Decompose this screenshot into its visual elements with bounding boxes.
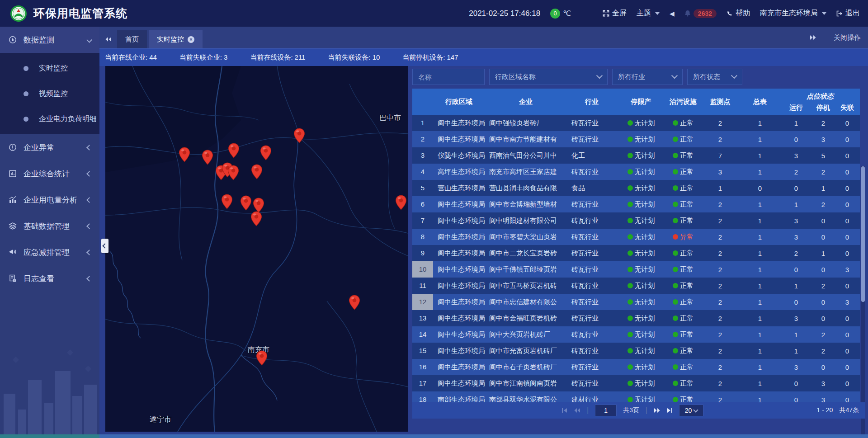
page-number-input[interactable]: 1 bbox=[595, 405, 617, 416]
region-select[interactable]: 行政区域名称 bbox=[489, 69, 608, 85]
row-monitor-points: 2 bbox=[701, 347, 740, 355]
sidebar-item-realtime-monitoring[interactable]: 实时监控 bbox=[0, 56, 99, 81]
scrollbar-thumb[interactable] bbox=[861, 166, 865, 302]
map-pin[interactable] bbox=[240, 195, 252, 211]
row-enterprise: 阆中市枣碧大梁山页岩 bbox=[485, 233, 567, 241]
table-row[interactable]: 3仪陇生态环境局西南油气田分公司川中化工无计划正常71350 bbox=[412, 147, 860, 164]
industry-select[interactable]: 所有行业 bbox=[612, 69, 683, 85]
mute-button[interactable]: ◀ bbox=[670, 10, 675, 17]
map-pin[interactable] bbox=[395, 195, 407, 210]
tabs-scroll-right-button[interactable] bbox=[804, 28, 822, 47]
table-row[interactable]: 12阆中生态环境局阆中市忠信建材有限公砖瓦行业无计划正常21003 bbox=[412, 294, 860, 310]
tab-close-icon[interactable]: × bbox=[188, 36, 194, 43]
sidebar-item-power-analysis[interactable]: 企业用电量分析 bbox=[0, 187, 99, 213]
status-dot-icon bbox=[627, 250, 633, 256]
stat-lost-enterprises: 当前失联企业:3 bbox=[179, 53, 228, 62]
table-row[interactable]: 10阆中生态环境局阆中千佛镇五郎垭页岩砖瓦行业无计划正常21003 bbox=[412, 261, 860, 278]
sidebar-item-basic-data[interactable]: 基础数据管理 bbox=[0, 213, 99, 239]
row-lost-count: 0 bbox=[835, 363, 860, 371]
row-limit-status: 无计划 bbox=[617, 151, 665, 160]
sidebar-item-video-monitoring[interactable]: 视频监控 bbox=[0, 81, 99, 106]
row-industry: 砖瓦行业 bbox=[567, 249, 617, 258]
table-row[interactable]: 16阆中生态环境局阆中市石子页岩机砖厂砖瓦行业无计划正常21300 bbox=[412, 359, 860, 375]
name-search-input[interactable] bbox=[412, 69, 485, 85]
page-size-select[interactable]: 20 bbox=[679, 405, 703, 416]
sidebar-item-data-monitoring[interactable]: 数据监测 bbox=[0, 27, 99, 53]
sidebar-item-label: 企业用电量分析 bbox=[24, 195, 77, 205]
table-scrollbar[interactable] bbox=[861, 166, 865, 438]
map-pin[interactable] bbox=[179, 147, 190, 162]
sidebar-item-log-view[interactable]: 日志查看 bbox=[0, 265, 99, 292]
map-pin[interactable] bbox=[256, 350, 268, 366]
tab-home[interactable]: 首页 bbox=[117, 30, 147, 48]
map-pin[interactable] bbox=[250, 211, 262, 226]
help-button[interactable]: 帮助 bbox=[726, 9, 750, 18]
phone-icon bbox=[726, 10, 733, 17]
table-header: 行政区域 企业 行业 停限产 治污设施 监测点 总表 点位状态 运行 停机 失联 bbox=[412, 89, 860, 115]
row-lost-count: 0 bbox=[835, 331, 860, 339]
map-pin[interactable] bbox=[253, 198, 264, 213]
table-row[interactable]: 1阆中生态环境局阆中强锐页岩砖厂砖瓦行业无计划正常21120 bbox=[412, 115, 860, 131]
status-dot-icon bbox=[673, 332, 678, 337]
map-pin[interactable] bbox=[228, 143, 240, 158]
row-lost-count: 0 bbox=[835, 184, 860, 192]
map-pin[interactable] bbox=[293, 128, 305, 143]
map-pin[interactable] bbox=[227, 165, 239, 180]
notification-bell[interactable]: 2632 bbox=[684, 9, 717, 18]
table-row[interactable]: 15阆中生态环境局阆中市光富页岩机砖厂砖瓦行业无计划正常21120 bbox=[412, 343, 860, 359]
chevron-left-icon bbox=[102, 243, 107, 248]
fullscreen-button[interactable]: 全屏 bbox=[603, 9, 627, 18]
row-limit-status: 无计划 bbox=[617, 233, 665, 241]
sidebar-item-power-load-detail[interactable]: 企业电力负荷明细 bbox=[0, 106, 99, 132]
status-dot-icon bbox=[627, 332, 633, 337]
tab-realtime-monitoring[interactable]: 实时监控 × bbox=[149, 30, 203, 48]
map-panel[interactable]: 巴中市南充市遂宁市 bbox=[105, 66, 408, 432]
status-select[interactable]: 所有状态 bbox=[687, 69, 742, 85]
stat-online-enterprises: 当前在线企业:44 bbox=[105, 53, 157, 62]
statistics-icon bbox=[8, 170, 17, 178]
map-pin[interactable] bbox=[260, 145, 272, 160]
row-stopped-count: 0 bbox=[812, 298, 835, 306]
map-pin[interactable] bbox=[251, 164, 263, 179]
table-row[interactable]: 7阆中生态环境局阆中明阳建材有限公司砖瓦行业无计划正常21300 bbox=[412, 212, 860, 229]
table-row[interactable]: 5营山生态环境局营山县润丰肉食品有限食品无计划正常10010 bbox=[412, 180, 860, 196]
industry-select-value: 所有行业 bbox=[618, 73, 645, 81]
map-pin[interactable] bbox=[221, 194, 233, 209]
prev-page-button[interactable] bbox=[574, 408, 580, 413]
last-page-button[interactable] bbox=[667, 408, 673, 413]
map-pin[interactable] bbox=[349, 295, 360, 310]
table-row[interactable]: 2阆中生态环境局阆中市南方节能建材有砖瓦行业无计划正常21030 bbox=[412, 131, 860, 147]
theme-menu[interactable]: 主题 bbox=[637, 9, 660, 18]
table-row[interactable]: 18南部生态环境局南部县双华水泥有限公建材行业无计划正常21030 bbox=[412, 391, 860, 402]
table-row[interactable]: 6阆中生态环境局阆中市金博瑞新型墙材砖瓦行业无计划正常21120 bbox=[412, 196, 860, 212]
table-row[interactable]: 14阆中生态环境局阆中大兴页岩机砖厂砖瓦行业无计划正常21120 bbox=[412, 326, 860, 343]
row-total-meters: 1 bbox=[740, 217, 780, 225]
sidebar-collapse-handle[interactable] bbox=[101, 239, 108, 253]
first-page-button[interactable] bbox=[561, 408, 567, 413]
org-menu[interactable]: 南充市生态环境局 bbox=[760, 9, 826, 18]
column-header-points: 监测点 bbox=[701, 89, 740, 115]
sidebar-item-enterprise-statistics[interactable]: 企业综合统计 bbox=[0, 160, 99, 187]
table-row[interactable]: 4高坪生态环境局南充市高坪区王家店建砖瓦行业无计划正常31220 bbox=[412, 164, 860, 180]
close-operations-button[interactable]: 关闭操作 bbox=[834, 33, 861, 42]
logout-button[interactable]: 退出 bbox=[836, 9, 860, 18]
table-row[interactable]: 9阆中生态环境局阆中市二龙长宝页岩砖砖瓦行业无计划正常21210 bbox=[412, 245, 860, 261]
status-dot-icon bbox=[673, 381, 678, 386]
table-row[interactable]: 13阆中生态环境局阆中市金福旺页岩机砖砖瓦行业无计划正常21300 bbox=[412, 310, 860, 326]
row-lost-count: 0 bbox=[835, 136, 860, 143]
map-pin[interactable] bbox=[202, 150, 213, 165]
status-dot-icon bbox=[673, 316, 678, 321]
next-page-button[interactable] bbox=[654, 408, 660, 413]
sidebar-item-emergency-reduction[interactable]: 应急减排管理 bbox=[0, 239, 99, 265]
sidebar-subitem-label: 视频监控 bbox=[39, 89, 68, 99]
row-facility-status: 正常 bbox=[665, 282, 701, 290]
table-row[interactable]: 8阆中生态环境局阆中市枣碧大梁山页岩砖瓦行业无计划异常21300 bbox=[412, 229, 860, 245]
table-row[interactable]: 11阆中生态环境局阆中市五马桥页岩机砖砖瓦行业无计划正常21120 bbox=[412, 278, 860, 294]
sidebar-item-enterprise-abnormal[interactable]: 企业异常 bbox=[0, 134, 99, 160]
row-industry: 砖瓦行业 bbox=[567, 200, 617, 209]
tabs-scroll-left-button[interactable] bbox=[99, 30, 117, 48]
org-name: 南充市生态环境局 bbox=[760, 9, 818, 18]
table-row[interactable]: 17阆中生态环境局阆中市江南镇阆南页岩砖瓦行业无计划正常21030 bbox=[412, 375, 860, 391]
row-region: 阆中生态环境局 bbox=[433, 265, 485, 274]
bullet-icon bbox=[24, 117, 28, 122]
